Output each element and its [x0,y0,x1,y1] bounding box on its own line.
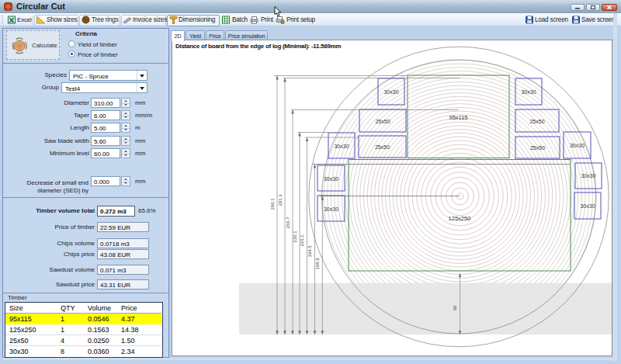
svg-text:30x30: 30x30 [324,206,338,212]
svg-text:30x30: 30x30 [324,176,338,182]
svg-text:168.9: 168.9 [315,258,320,270]
svg-text:30x30: 30x30 [580,203,595,209]
svg-text:30x30: 30x30 [334,144,349,149]
svg-text:25x50: 25x50 [375,144,390,150]
svg-text:25x50: 25x50 [530,145,545,151]
svg-text:30x30: 30x30 [383,89,398,95]
svg-text:95x115: 95x115 [449,114,467,121]
svg-text:30x30: 30x30 [581,173,595,179]
svg-text:30x30: 30x30 [521,89,536,95]
svg-text:226.1: 226.1 [300,234,304,247]
svg-text:266.7: 266.7 [286,217,290,229]
svg-text:30x30: 30x30 [570,143,585,148]
svg-text:125x250: 125x250 [449,215,471,222]
svg-text:25x50: 25x50 [375,119,390,124]
svg-text:291.3: 291.3 [278,194,283,206]
svg-text:230.1: 230.1 [293,231,297,243]
svg-text:194.5: 194.5 [307,245,312,258]
svg-text:60: 60 [453,305,457,310]
svg-text:25x50: 25x50 [529,119,544,124]
svg-text:296.1: 296.1 [270,198,275,210]
